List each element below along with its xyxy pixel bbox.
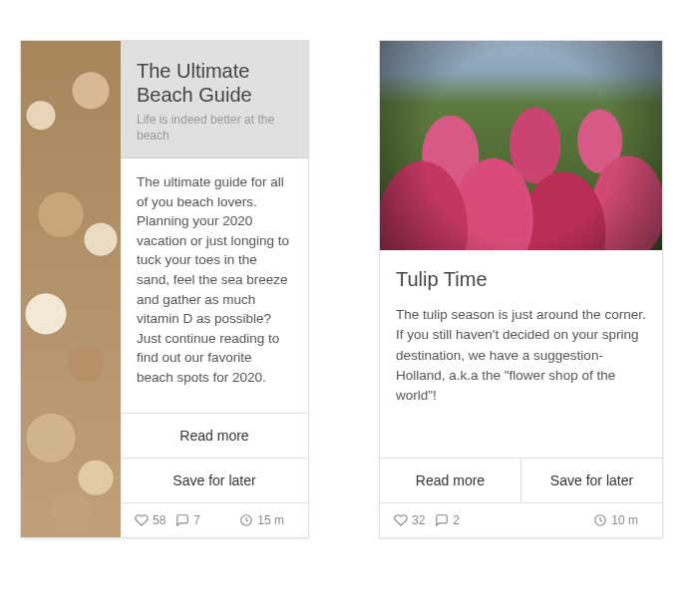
- comments-count: 7: [193, 513, 200, 527]
- card-footer: 32 2 10 m: [380, 502, 662, 537]
- comments-count: 2: [453, 513, 460, 527]
- article-card-tulip: Tulip Time The tulip season is just arou…: [379, 40, 663, 538]
- time-stat: 10 m: [593, 513, 638, 527]
- card-header: The Ultimate Beach Guide Life is indeed …: [121, 41, 308, 158]
- card-actions: Read more Save for later: [380, 458, 662, 502]
- save-later-button[interactable]: Save for later: [121, 459, 308, 502]
- clock-icon: [593, 513, 607, 527]
- card-title: Tulip Time: [380, 250, 662, 291]
- card-body: The tulip season is just around the corn…: [380, 291, 662, 458]
- likes-stat[interactable]: 58: [135, 513, 166, 527]
- comments-stat[interactable]: 2: [435, 513, 460, 527]
- time-stat: 15 m: [239, 513, 284, 527]
- comment-icon: [435, 513, 449, 527]
- tulips-image: [380, 41, 662, 250]
- save-later-button[interactable]: Save for later: [520, 459, 662, 502]
- card-image: [21, 41, 121, 537]
- clock-icon: [239, 513, 253, 527]
- comments-stat[interactable]: 7: [175, 513, 200, 527]
- card-actions: Read more Save for later: [121, 413, 308, 502]
- likes-count: 58: [153, 513, 166, 527]
- card-content: Tulip Time The tulip season is just arou…: [380, 250, 662, 537]
- card-container: The Ultimate Beach Guide Life is indeed …: [0, 0, 687, 616]
- heart-icon: [135, 513, 149, 527]
- time-value: 10 m: [611, 513, 638, 527]
- article-card-beach: The Ultimate Beach Guide Life is indeed …: [20, 40, 309, 538]
- likes-count: 32: [412, 513, 425, 527]
- heart-icon: [394, 513, 408, 527]
- comment-icon: [175, 513, 189, 527]
- card-content: The Ultimate Beach Guide Life is indeed …: [121, 41, 308, 537]
- likes-stat[interactable]: 32: [394, 513, 425, 527]
- card-body: The ultimate guide for all of you beach …: [121, 158, 308, 413]
- time-value: 15 m: [257, 513, 284, 527]
- card-image: [380, 41, 662, 250]
- read-more-button[interactable]: Read more: [380, 459, 520, 502]
- card-footer: 58 7 15 m: [121, 502, 308, 537]
- card-title: The Ultimate Beach Guide: [137, 59, 292, 107]
- card-subtitle: Life is indeed better at the beach: [137, 113, 292, 144]
- read-more-button[interactable]: Read more: [121, 414, 308, 459]
- shells-image: [21, 41, 121, 537]
